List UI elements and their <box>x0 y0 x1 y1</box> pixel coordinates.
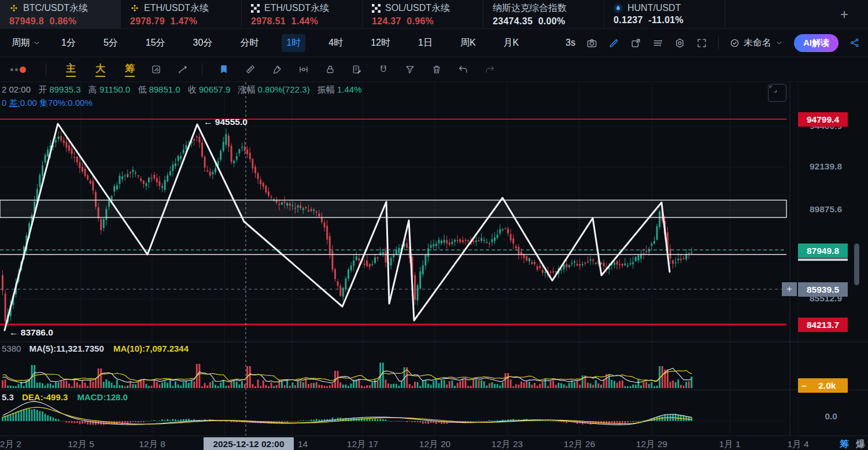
magnet-icon[interactable] <box>378 64 389 75</box>
lock-icon[interactable] <box>325 64 335 75</box>
okx-icon <box>251 4 260 13</box>
list-icon[interactable] <box>652 38 663 49</box>
tab-price: 0.1237 <box>614 15 643 25</box>
redo-icon[interactable] <box>485 64 495 75</box>
macd-value: 128.0 <box>106 392 128 402</box>
undo-icon[interactable] <box>458 64 468 75</box>
ticker-tab-ETH/USDT永续[interactable]: ETH/USDT永续2978.51 1.44% <box>242 0 363 28</box>
trash-icon[interactable] <box>431 64 442 75</box>
okx-icon <box>372 4 381 13</box>
macd-hist <box>2 409 692 425</box>
ticker-tab-纳斯达克综合指数[interactable]: 纳斯达克综合指数23474.35 0.00% <box>483 0 604 28</box>
ticker-tabbar: BTC/USDT永续87949.8 0.86%ETH/USDT永续2978.79… <box>0 0 868 29</box>
ticker-tab-SOL/USDT永续[interactable]: SOL/USDT永续124.37 0.96% <box>363 0 483 28</box>
tab-price: 87949.8 <box>9 16 44 26</box>
indicator-tab-大[interactable]: 大 <box>95 62 105 77</box>
tab-change: 1.44% <box>291 16 318 26</box>
draw-left-icons <box>135 64 188 75</box>
chip-liquidation-tool[interactable]: 爆 <box>856 438 865 450</box>
period-12时[interactable]: 12时 <box>366 34 395 52</box>
time-axis-label: 12月 5 <box>68 438 94 450</box>
price-annotation: ← 83786.0 <box>9 327 53 337</box>
tab-symbol: BTC/USDT永续 <box>23 2 88 14</box>
camera-icon[interactable] <box>586 38 597 49</box>
alert-price-badge: 84213.7 <box>798 318 848 332</box>
maximize-pane-icon[interactable] <box>768 84 786 102</box>
axis-scrollbar[interactable] <box>854 244 859 285</box>
time-axis-label: 12月 20 <box>419 438 450 450</box>
macd-indicator-readout: 5.3 DEA:-499.3 MACD:128.0 <box>2 392 128 402</box>
period-月K[interactable]: 月K <box>499 34 524 52</box>
popout-icon[interactable] <box>630 38 641 49</box>
time-axis-label: 12月 26 <box>564 438 595 450</box>
tab-symbol: SOL/USDT永续 <box>385 2 450 14</box>
period-1日[interactable]: 1日 <box>413 34 437 52</box>
measure-icon[interactable] <box>298 64 309 75</box>
workspace-name: 未命名 <box>744 37 771 49</box>
funnel-icon[interactable] <box>405 64 415 75</box>
workspace-selector[interactable]: 未命名 <box>730 37 783 49</box>
candle-countdown-strip <box>798 259 848 261</box>
volume-indicator-readout: 5380 MA(5):11,321.7350 MA(10):7,097.2344 <box>2 344 189 353</box>
divider <box>718 36 719 49</box>
bookmark-icon[interactable] <box>219 64 229 75</box>
share-icon[interactable] <box>849 38 860 48</box>
chart-area[interactable]: ← 94555.0← 83786.0 2 02:00 开 89935.3 高 9… <box>0 82 868 436</box>
expand-icon[interactable] <box>696 38 707 49</box>
open-value: 89935.3 <box>49 84 80 94</box>
chevron-down-icon <box>33 39 40 47</box>
price-axis-label: 89875.6 <box>793 204 842 215</box>
time-axis[interactable]: 1月 41月 112月 2912月 2612月 2312月 2012月 1712… <box>0 436 868 450</box>
ticker-tab-ETH/USDT永续[interactable]: ETH/USDT永续2978.79 1.47% <box>121 0 242 28</box>
pen-icon[interactable] <box>272 64 282 75</box>
edit-square-icon[interactable] <box>151 64 161 75</box>
note-icon[interactable] <box>352 64 362 75</box>
trend-line-icon[interactable] <box>178 64 188 75</box>
period-周K[interactable]: 周K <box>456 34 481 52</box>
time-axis-label: 12月 8 <box>139 438 165 450</box>
drag-handle[interactable] <box>10 67 26 73</box>
period-toolbar: 周期 1分5分15分30分分时1时4时12时1日周K月K 3s 未命名 AI解读 <box>0 29 868 57</box>
period-15分[interactable]: 15分 <box>141 34 170 52</box>
main-chart-canvas[interactable]: ← 94555.0← 83786.0 <box>0 82 868 436</box>
period-dropdown[interactable]: 周期 <box>12 37 40 49</box>
ticker-tab-BTC/USDT永续[interactable]: BTC/USDT永续87949.8 0.86% <box>0 0 121 28</box>
indicator-tab-主[interactable]: 主 <box>66 62 76 77</box>
ticker-tab-HUNT/USDT[interactable]: HUNT/USDT0.1237 -11.01% <box>604 0 725 28</box>
hexagon-icon[interactable] <box>674 38 685 49</box>
vol-ma10: 7,097.2344 <box>145 344 189 353</box>
ai-analysis-button[interactable]: AI解读 <box>794 34 839 52</box>
close-value: 90657.9 <box>199 84 230 94</box>
period-5分[interactable]: 5分 <box>99 34 123 52</box>
tab-change: 0.00% <box>538 16 566 26</box>
tab-price: 2978.79 <box>130 16 165 26</box>
dea-value: -499.3 <box>43 392 68 402</box>
tab-price: 23474.35 <box>493 16 533 26</box>
period-1分[interactable]: 1分 <box>57 34 80 52</box>
tab-price: 124.37 <box>372 16 401 26</box>
period-30分[interactable]: 30分 <box>189 34 217 52</box>
time-axis-label: 12月 23 <box>492 438 523 450</box>
tab-symbol: HUNT/USDT <box>627 3 681 13</box>
period-分时[interactable]: 分时 <box>235 34 263 52</box>
ohlc-time: 2 02:00 <box>2 84 31 94</box>
amplitude-value: 1.44% <box>337 84 362 94</box>
change-value: 0.80%(722.3) <box>258 84 310 94</box>
pencil-icon[interactable] <box>608 38 619 49</box>
period-1时[interactable]: 1时 <box>282 34 305 52</box>
high-value: 91150.0 <box>99 84 130 94</box>
chip-chips-tool[interactable]: 筹 <box>840 438 849 450</box>
volume-bars <box>2 363 692 388</box>
indicator-tab-筹[interactable]: 筹 <box>125 62 135 77</box>
indicator-shortcuts: 主大筹 <box>46 62 135 77</box>
hunt-icon <box>614 3 623 13</box>
tab-symbol: ETH/USDT永续 <box>144 2 209 14</box>
ohlc-readout: 2 02:00 开 89935.3 高 91150.0 低 89851.0 收 … <box>2 84 367 95</box>
ruler-icon[interactable] <box>245 64 256 75</box>
add-symbol-button[interactable]: + <box>836 6 853 23</box>
period-list: 1分5分15分30分分时1时4时12时1日周K月K <box>57 34 542 52</box>
period-4时[interactable]: 4时 <box>324 34 348 52</box>
trading-app-window: BTC/USDT永续87949.8 0.86%ETH/USDT永续2978.79… <box>0 0 868 450</box>
low-value: 89851.0 <box>149 84 180 94</box>
cloud-check-icon <box>730 38 740 48</box>
